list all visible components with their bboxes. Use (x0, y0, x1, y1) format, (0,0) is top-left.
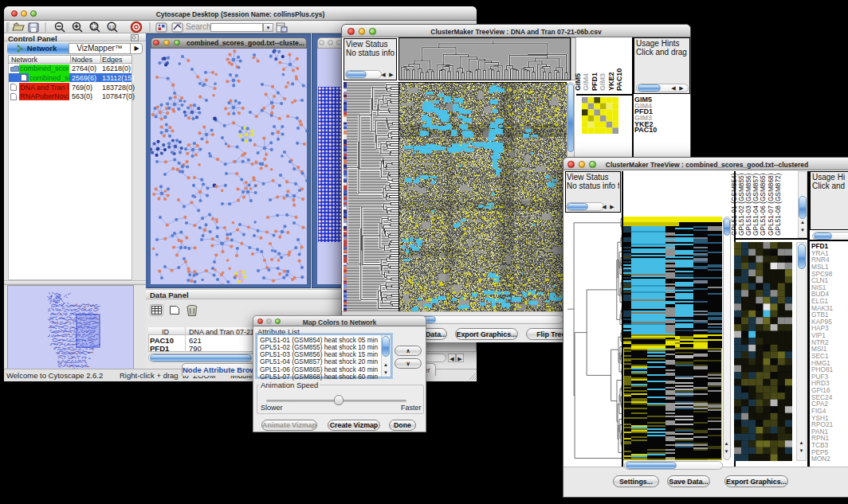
svg-text:1:1: 1:1 (109, 25, 115, 29)
